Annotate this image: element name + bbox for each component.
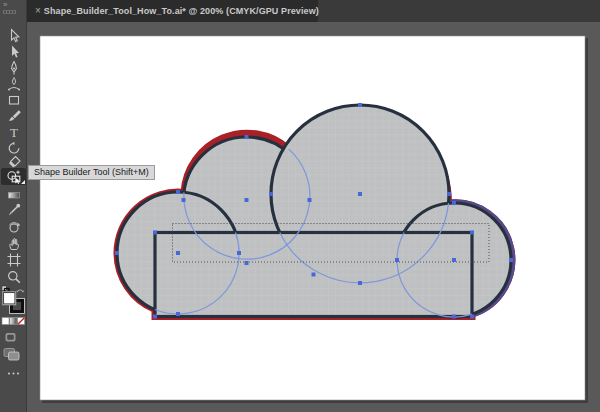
- document-tab[interactable]: × Shape_Builder_Tool_How_To.ai* @ 200% (…: [27, 0, 318, 22]
- curvature-tool-button[interactable]: [1, 75, 26, 92]
- shape-builder-tool-icon: [6, 169, 22, 185]
- gradient-button[interactable]: [10, 318, 17, 325]
- anchor-point[interactable]: [395, 258, 399, 262]
- anchor-point[interactable]: [115, 251, 119, 255]
- anchor-point[interactable]: [308, 198, 312, 202]
- pen-tool-icon: [6, 60, 22, 76]
- tab-close-icon[interactable]: ×: [35, 0, 41, 22]
- anchor-point[interactable]: [452, 315, 456, 319]
- paintbrush-tool-button[interactable]: [1, 107, 26, 124]
- paintbrush-tool-icon: [6, 108, 22, 124]
- shape-builder-tooltip: Shape Builder Tool (Shift+M): [28, 165, 155, 180]
- document-tab-bar: × Shape_Builder_Tool_How_To.ai* @ 200% (…: [27, 0, 600, 22]
- anchor-point[interactable]: [269, 192, 273, 196]
- toolbar-grip-handle[interactable]: [3, 10, 16, 14]
- screen-mode-button[interactable]: [4, 349, 19, 361]
- hand-tool-button[interactable]: [1, 235, 26, 252]
- document-canvas[interactable]: [0, 0, 600, 412]
- rectangle-tool-icon: [6, 92, 22, 108]
- anchor-point[interactable]: [237, 251, 241, 255]
- anchor-point[interactable]: [470, 231, 474, 235]
- selection-tool-button[interactable]: [1, 27, 26, 44]
- anchor-point[interactable]: [509, 258, 513, 262]
- selection-tool-icon: [6, 28, 22, 44]
- toolbar-expand-icon[interactable]: »: [0, 0, 26, 8]
- anchor-point[interactable]: [452, 201, 456, 205]
- anchor-point[interactable]: [176, 190, 180, 194]
- anchor-point[interactable]: [245, 198, 249, 202]
- anchor-point[interactable]: [176, 312, 180, 316]
- anchor-point[interactable]: [452, 258, 456, 262]
- none-button[interactable]: [18, 318, 25, 325]
- eyedropper-tool-icon: [6, 202, 22, 218]
- anchor-point[interactable]: [245, 135, 249, 139]
- anchor-point[interactable]: [358, 103, 362, 107]
- hand-tool-icon: [6, 236, 22, 252]
- toolbar-bottom-controls: [0, 283, 27, 412]
- direct-selection-tool-icon: [6, 44, 22, 60]
- curvature-tool-icon: [6, 76, 22, 92]
- eyedropper-tool-button[interactable]: [1, 201, 26, 218]
- tools-panel: » T: [0, 0, 27, 412]
- anchor-point[interactable]: [153, 315, 157, 319]
- anchor-point[interactable]: [312, 273, 316, 277]
- pen-tool-button[interactable]: [1, 59, 26, 76]
- type-tool-button[interactable]: T: [1, 123, 26, 140]
- artboard-tool-icon: [6, 252, 22, 268]
- color-button[interactable]: [2, 318, 9, 325]
- anchor-point[interactable]: [182, 198, 186, 202]
- fill-swatch[interactable]: [3, 292, 17, 306]
- tab-title: Shape_Builder_Tool_How_To.ai* @ 200% (CM…: [44, 6, 319, 16]
- anchor-point[interactable]: [447, 192, 451, 196]
- illustrator-window: × Shape_Builder_Tool_How_To.ai* @ 200% (…: [0, 0, 600, 412]
- rectangle-tool-button[interactable]: [1, 91, 26, 108]
- type-tool-icon: T: [6, 124, 22, 140]
- anchor-point[interactable]: [245, 261, 249, 265]
- swap-fill-stroke-icon[interactable]: [16, 290, 24, 293]
- artboard-tool-button[interactable]: [1, 251, 26, 268]
- anchor-point[interactable]: [470, 315, 474, 319]
- shape-builder-tool-button[interactable]: [1, 168, 26, 185]
- rotate-view-tool-icon: [6, 219, 22, 235]
- anchor-point[interactable]: [176, 251, 180, 255]
- anchor-point[interactable]: [358, 192, 362, 196]
- rotate-view-tool-button[interactable]: [1, 218, 26, 235]
- direct-selection-tool-button[interactable]: [1, 43, 26, 60]
- anchor-point[interactable]: [153, 231, 157, 235]
- svg-text:T: T: [10, 124, 18, 139]
- drawing-mode-button[interactable]: [6, 333, 16, 342]
- anchor-point[interactable]: [358, 281, 362, 285]
- edit-toolbar-more-icon[interactable]: [8, 373, 19, 375]
